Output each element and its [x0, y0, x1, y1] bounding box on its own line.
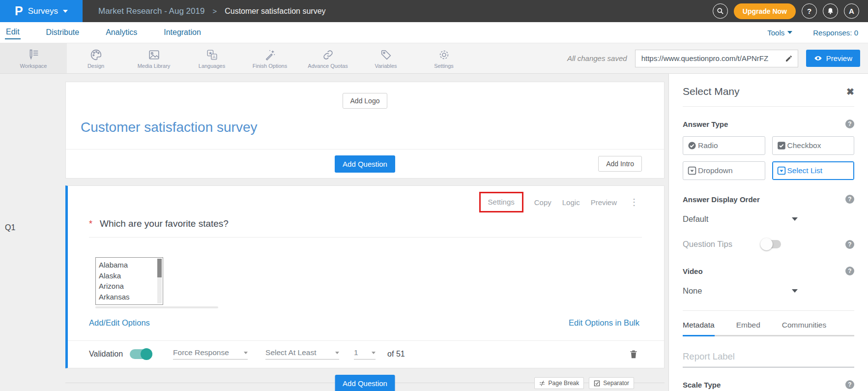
trash-icon — [629, 349, 638, 360]
questionpro-logo-icon: P — [15, 5, 23, 17]
tab-embed[interactable]: Embed — [736, 321, 760, 335]
breadcrumb-survey-name: Customer satisfaction survey — [225, 7, 325, 16]
answer-type-checkbox[interactable]: Checkbox — [772, 136, 855, 155]
help-button[interactable]: ? — [802, 3, 817, 19]
gear-icon — [437, 48, 451, 61]
tag-icon — [379, 48, 393, 61]
validation-label: Validation — [89, 350, 123, 359]
kebab-menu-icon[interactable]: ⋮ — [628, 197, 640, 208]
toolbar-item-settings[interactable]: Settings — [415, 43, 473, 73]
question-tips-label: Question Tips — [683, 240, 761, 249]
delete-question-button[interactable] — [629, 349, 638, 360]
answer-type-label: Answer Type — [683, 120, 728, 128]
save-status: All changes saved — [567, 54, 627, 62]
add-logo-button[interactable]: Add Logo — [343, 93, 388, 109]
question-tips-toggle[interactable] — [761, 240, 781, 248]
search-icon — [717, 7, 724, 15]
edit-toolbar: Workspace Design Media Library ★A Langua… — [0, 43, 868, 74]
svg-text:★: ★ — [208, 50, 212, 55]
toolbar-item-media-library[interactable]: Media Library — [125, 43, 183, 73]
palette-icon — [89, 48, 103, 61]
question-copy-action[interactable]: Copy — [534, 198, 551, 207]
question-footer-row: Add Question Page Break Separator — [65, 368, 665, 391]
survey-url-text[interactable]: https://www.questionpro.com/t/APNrFZ — [636, 54, 780, 62]
surveys-menu[interactable]: P Surveys — [0, 0, 83, 22]
survey-header-card: Add Logo Customer satisfaction survey Ad… — [65, 82, 665, 179]
toolbar-item-advance-quotas[interactable]: Advance Quotas — [299, 43, 357, 73]
search-button[interactable] — [713, 3, 728, 19]
question-preview-action[interactable]: Preview — [591, 198, 617, 207]
question-logic-action[interactable]: Logic — [562, 198, 580, 207]
list-option[interactable]: Arizona — [99, 281, 155, 292]
toolbar-item-variables[interactable]: Variables — [357, 43, 415, 73]
video-dropdown[interactable]: None — [683, 286, 798, 296]
survey-url-field[interactable]: https://www.questionpro.com/t/APNrFZ — [635, 50, 798, 67]
notifications-button[interactable] — [823, 3, 838, 19]
upgrade-now-button[interactable]: Upgrade Now — [734, 3, 796, 19]
scrollbar-track[interactable] — [157, 259, 162, 303]
caret-down-icon — [244, 352, 248, 354]
report-label-input[interactable]: Report Label — [683, 351, 854, 367]
help-icon[interactable]: ? — [845, 380, 854, 389]
chevron-down-icon — [787, 31, 792, 34]
list-option[interactable]: Arkansas — [99, 292, 155, 302]
tab-analytics[interactable]: Analytics — [105, 26, 138, 39]
edit-url-button[interactable] — [780, 50, 798, 67]
magic-wand-icon — [263, 48, 277, 61]
question-text[interactable]: Which are your favorite states? — [100, 218, 229, 229]
answer-type-grid: Radio Checkbox Dropdown Select List — [683, 136, 854, 180]
answer-type-dropdown[interactable]: Dropdown — [683, 161, 765, 180]
help-icon[interactable]: ? — [845, 195, 854, 204]
question-card: Q1 Settings Copy Logic Preview ⋮ * Which… — [65, 185, 665, 368]
tab-distribute[interactable]: Distribute — [45, 26, 81, 39]
workspace-icon — [27, 48, 40, 61]
divider — [683, 310, 854, 311]
validation-rule-dropdown[interactable]: Select At Least — [265, 348, 339, 360]
question-actions: Settings Copy Logic Preview ⋮ — [68, 186, 664, 214]
responses-count[interactable]: Responses: 0 — [813, 29, 858, 37]
page-break-button[interactable]: Page Break — [534, 377, 584, 389]
breadcrumb-project[interactable]: Market Research - Aug 2019 — [98, 6, 204, 16]
answer-type-select-list[interactable]: Select List — [772, 161, 855, 180]
question-settings-action[interactable]: Settings — [488, 198, 515, 206]
add-intro-button[interactable]: Add Intro — [598, 156, 642, 172]
validation-toggle[interactable] — [130, 349, 152, 359]
avatar[interactable]: A — [844, 3, 859, 19]
surveys-menu-label: Surveys — [28, 6, 58, 16]
preview-button[interactable]: Preview — [806, 50, 860, 67]
metadata-tabs: Metadata Embed Communities — [683, 321, 854, 336]
add-question-button-bottom[interactable]: Add Question — [335, 375, 395, 391]
help-icon[interactable]: ? — [845, 120, 854, 128]
toolbar-item-workspace[interactable]: Workspace — [0, 43, 67, 73]
toolbar-item-finish-options[interactable]: Finish Options — [241, 43, 299, 73]
close-icon[interactable]: ✖ — [846, 86, 854, 97]
tools-dropdown[interactable]: Tools — [767, 29, 792, 37]
add-edit-options-link[interactable]: Add/Edit Options — [89, 318, 150, 328]
toolbar-item-design[interactable]: Design — [67, 43, 125, 73]
list-option[interactable]: Alaska — [99, 271, 155, 281]
tab-communities[interactable]: Communities — [782, 321, 826, 335]
scrollbar-thumb[interactable] — [157, 259, 162, 277]
validation-count-dropdown[interactable]: 1 — [354, 348, 376, 360]
answer-type-radio[interactable]: Radio — [683, 136, 765, 155]
svg-text:A: A — [212, 54, 215, 59]
caret-down-icon — [372, 352, 376, 354]
answer-display-order-dropdown[interactable]: Default — [683, 214, 798, 224]
toolbar-item-languages[interactable]: ★A Languages — [183, 43, 241, 73]
survey-title[interactable]: Customer satisfaction survey — [81, 120, 664, 135]
tab-metadata[interactable]: Metadata — [683, 321, 715, 336]
help-icon[interactable]: ? — [845, 240, 854, 249]
separator-button[interactable]: Separator — [589, 377, 634, 389]
add-question-button-top[interactable]: Add Question — [335, 155, 395, 173]
help-icon[interactable]: ? — [845, 267, 854, 275]
question-number: Q1 — [5, 223, 15, 232]
force-response-dropdown[interactable]: Force Response — [173, 348, 248, 360]
list-option[interactable]: Alabama — [99, 260, 155, 271]
tab-edit[interactable]: Edit — [5, 26, 21, 39]
tools-label: Tools — [767, 29, 784, 37]
edit-options-in-bulk-link[interactable]: Edit Options in Bulk — [569, 318, 639, 328]
answer-display-order-label: Answer Display Order — [683, 195, 760, 204]
bell-icon — [827, 7, 834, 15]
select-list-preview[interactable]: Alabama Alaska Arizona Arkansas — [95, 257, 163, 305]
tab-integration[interactable]: Integration — [163, 26, 202, 39]
